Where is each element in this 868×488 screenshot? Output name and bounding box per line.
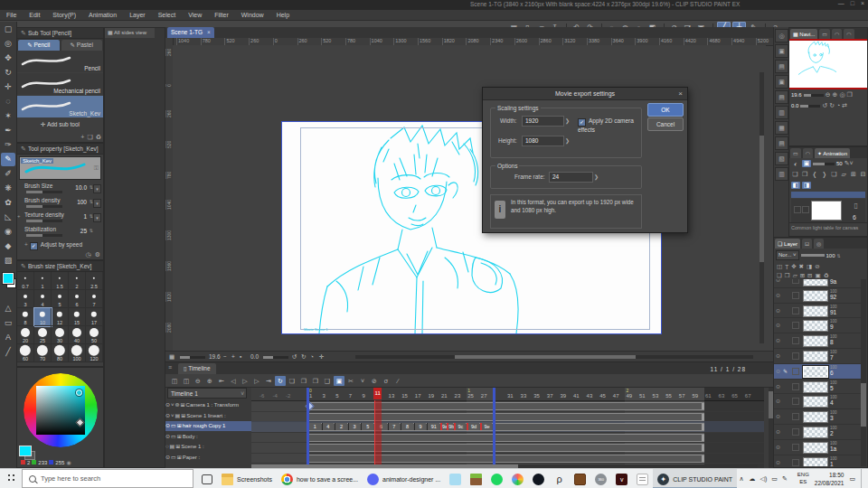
layer-action-icon-3[interactable]: ▱ (793, 272, 797, 279)
spotify-taskbar-button[interactable] (486, 469, 507, 488)
frame-rate-input[interactable]: 24 (549, 172, 593, 183)
main-color-swatch[interactable] (19, 446, 32, 456)
menu-file[interactable]: File (0, 10, 23, 20)
language-indicator[interactable]: ENGES (797, 472, 809, 486)
zoom-tool-icon[interactable]: ◎ (1, 37, 15, 51)
brush-size-120[interactable]: 120 (86, 344, 103, 362)
navigator-preview[interactable] (789, 41, 867, 88)
light-table-nav-icon-3[interactable]: ❬ (811, 171, 819, 178)
layer-row-9[interactable]: ⊙1009 (774, 318, 862, 333)
dialog-close-button[interactable]: × (678, 88, 683, 99)
layer-thumbnail[interactable] (803, 320, 828, 332)
brush-size-10[interactable]: 10 (34, 308, 52, 326)
light-table-nav-icon-8[interactable]: ⊟ (859, 171, 867, 178)
param-slider[interactable] (26, 234, 62, 237)
brush-tool-icon[interactable]: ✐ (1, 167, 15, 181)
subtool-item-sketch-kev[interactable]: Sketch_Kev (17, 96, 103, 118)
navigator-zoom-slider[interactable] (804, 94, 824, 97)
layer-property-tab-icon[interactable]: ⊡ (802, 239, 812, 249)
frame-rate-spinner[interactable]: ❯ (594, 174, 599, 180)
eye-icon[interactable]: ⊙ (776, 428, 780, 435)
cel-8[interactable]: 8 (401, 423, 413, 430)
eye-icon[interactable]: ⊙ (776, 368, 780, 374)
layer-tool-icon-2[interactable]: T (785, 264, 788, 270)
cancel-button[interactable]: Cancel (647, 117, 684, 131)
brush-size-3[interactable]: 3 (17, 290, 34, 308)
zoom-in-icon[interactable]: ⊕ (833, 91, 838, 98)
panel-menu-icon[interactable]: ≡ (168, 364, 172, 371)
brush-size-50[interactable]: 50 (86, 326, 103, 344)
layer-thumbnail[interactable] (803, 290, 828, 302)
layer-tool-icon-6[interactable]: ⊘ (815, 263, 819, 270)
eye-icon[interactable]: ⊙ (776, 383, 780, 389)
track-end-handle[interactable] (702, 424, 704, 430)
brush-size-17[interactable]: 17 (86, 308, 103, 326)
info-tab-icon[interactable]: ◠ (832, 29, 842, 39)
subtool-item-pencil[interactable]: Pencil (17, 51, 103, 73)
dock-grid-icon[interactable]: ▦ (775, 121, 788, 135)
clip-studio-paint-taskbar-button[interactable]: ✦CLIP STUDIO PAINT (653, 469, 737, 488)
layer-checkbox[interactable] (792, 459, 799, 466)
tl-onion-icon[interactable]: ❏ (287, 376, 297, 386)
layer-opacity-slider[interactable] (801, 254, 825, 257)
dock-folder-3-icon[interactable]: ▥ (775, 106, 788, 119)
color-settings-icon[interactable]: ◉ (66, 459, 71, 465)
rotation-slider[interactable] (263, 356, 288, 359)
brush-size-8[interactable]: 8 (17, 308, 34, 326)
brush-size-12[interactable]: 12 (52, 308, 69, 326)
track-end-handle[interactable] (702, 435, 704, 441)
navigator-tab[interactable]: ▦ Navi... (790, 29, 817, 39)
track-label-scene-1-lineart-[interactable]: ⊙˅▤⊞Scene 1 lineart : (165, 411, 251, 421)
layer-checkbox[interactable] (792, 428, 799, 436)
height-spinner[interactable]: ❯ (565, 137, 570, 144)
rho-app-taskbar-button[interactable]: ρ (549, 469, 570, 488)
brush-size-1[interactable]: 1 (34, 272, 52, 290)
expand-plus-icon[interactable]: ⊞ (177, 455, 182, 460)
auto-select-tool-icon[interactable]: ✶ (1, 109, 15, 123)
eye-icon[interactable]: ⊙ (776, 292, 780, 298)
layer-action-icon-1[interactable]: ❏ (777, 272, 782, 279)
tl-header-2-icon[interactable]: ◫ (181, 376, 192, 386)
text-tool-icon[interactable]: A (1, 331, 15, 344)
tl-zoom-in-icon[interactable]: ⊕ (204, 376, 215, 386)
dock-folder-4-icon[interactable]: ▤ (775, 136, 788, 150)
layer-row-1a[interactable]: ⊙1001a (774, 440, 862, 455)
layer-row-7[interactable]: ⊙1007 (774, 349, 862, 364)
notification-icon[interactable]: ▭ (849, 475, 855, 483)
eye-icon[interactable]: ⊙ (776, 444, 780, 450)
tl-play-icon[interactable]: ▷ (240, 376, 250, 386)
tl-dropdown-icon[interactable]: ˅ (357, 376, 368, 386)
brush-size-2.5[interactable]: 2.5 (86, 272, 103, 290)
figure-tool-icon[interactable]: △ (1, 302, 15, 315)
add-subtool-button[interactable]: ✛ Add sub tool (17, 118, 103, 131)
track-end-handle[interactable] (702, 414, 704, 420)
brush-size-7[interactable]: 7 (86, 290, 103, 308)
timeline-selector[interactable]: Timeline 1˅ (167, 388, 247, 399)
history-tab-icon[interactable]: ◠ (844, 29, 854, 39)
notepad-taskbar-button[interactable] (632, 469, 653, 488)
tl-next-frame-icon[interactable]: ▷ (251, 376, 262, 386)
param-slider[interactable] (26, 220, 62, 222)
track-label-body-[interactable]: ⊙▭⊞Body : (165, 432, 251, 442)
timeline-grid[interactable]: -8-6-4-213579111315171921232527313335373… (251, 388, 764, 469)
layer-scrollbar[interactable] (861, 279, 866, 466)
eye-icon[interactable]: ⊙ (776, 398, 780, 404)
eye-icon[interactable]: ◌ (165, 444, 169, 449)
track-end-handle[interactable] (702, 455, 704, 462)
tl-disable-icon[interactable]: ⊘ (369, 376, 380, 386)
light-table-nav-icon-2[interactable]: ❐ (801, 171, 809, 178)
light-table-cel-row[interactable]: ▯ 6 (791, 199, 865, 222)
tl-pen-icon[interactable]: ∕ (392, 376, 403, 386)
playback-start-marker[interactable] (307, 388, 309, 469)
light-table-toggle-icon-1[interactable]: ◧ (791, 182, 800, 189)
eye-icon[interactable]: ⊙ (165, 434, 170, 439)
decoration-tool-icon[interactable]: ✿ (1, 196, 15, 210)
layer-action-icon-4[interactable]: ⊞ (800, 272, 805, 279)
tl-zoom-out-icon[interactable]: ⊖ (193, 376, 203, 386)
brush-size-1.5[interactable]: 1.5 (52, 272, 69, 290)
brush-size-5[interactable]: 5 (52, 290, 69, 308)
layer-thumbnail[interactable] (803, 396, 828, 408)
brush-preview[interactable]: Sketch_Kev ⚿ (19, 156, 101, 180)
light-table-nav-icon-5[interactable]: ❏ (830, 171, 838, 178)
brush-size-2[interactable]: 2 (69, 272, 86, 290)
